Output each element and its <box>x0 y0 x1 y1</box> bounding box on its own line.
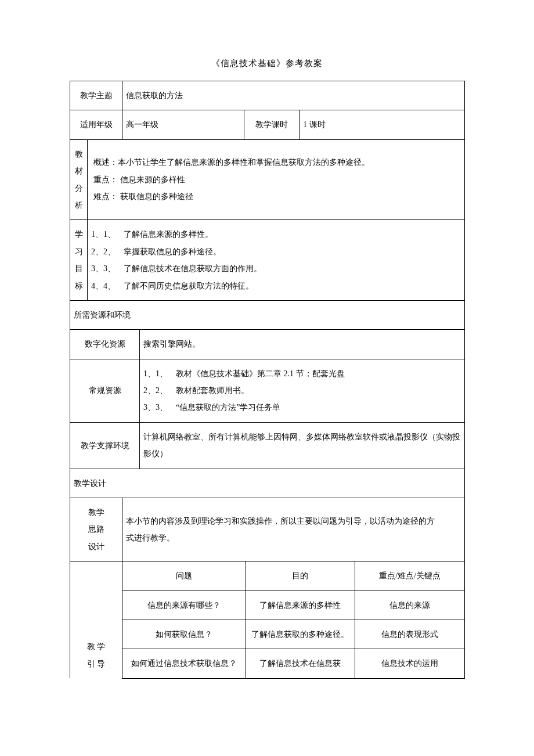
design-header: 教学设计 <box>70 469 465 498</box>
list-item: 3、3、 “信息获取的方法”学习任务单 <box>143 399 461 416</box>
design-idea-value: 本小节的内容涉及到理论学习和实践操作，所以主要以问题为引导，以活动为途径的方 式… <box>122 498 465 561</box>
document-title: 《信息技术基础》参考教案 <box>70 58 464 69</box>
list-item: 3、3、 了解信息技术在信息获取方面的作用。 <box>91 260 461 277</box>
analysis-key: 重点： 信息来源的多样性 <box>91 171 461 188</box>
lesson-plan-table: 教学主题 信息获取的方法 适用年级 高一年级 教学课时 1 课时 教 材 分 析… <box>70 81 465 679</box>
list-item: 1、1、 教材《信息技术基础》第二章 2.1 节；配套光盘 <box>143 365 461 382</box>
period-value: 1 课时 <box>300 110 465 139</box>
guide-label: 教 学 引 导 <box>70 561 122 679</box>
analysis-content: 概述：本小节让学生了解信息来源的多样性和掌握信息获取方法的多种途径。 重点： 信… <box>88 139 465 220</box>
design-idea-label: 教学 思路 设计 <box>70 498 122 561</box>
period-label: 教学课时 <box>244 110 300 139</box>
guide-th-key: 重点/难点/关键点 <box>355 561 465 591</box>
subject-value: 信息获取的方法 <box>122 81 465 110</box>
analysis-difficult: 难点： 获取信息的多种途径 <box>91 188 461 205</box>
guide-cell: 信息的表现形式 <box>355 620 465 649</box>
guide-cell: 信息技术的运用 <box>355 649 465 678</box>
grade-value: 高一年级 <box>122 110 244 139</box>
goals-label: 学 习 目 标 <box>70 220 88 301</box>
digital-res-value: 搜索引擎网站。 <box>140 330 465 359</box>
guide-th-purpose: 目的 <box>246 561 355 591</box>
goals-content: 1、1、 了解信息来源的多样性。 2、2、 掌握获取信息的多种途径。 3、3、 … <box>88 220 465 301</box>
analysis-overview: 概述：本小节让学生了解信息来源的多样性和掌握信息获取方法的多种途径。 <box>91 154 461 171</box>
list-item: 4、4、 了解不同历史信息获取方法的特征。 <box>91 278 461 294</box>
env-value: 计算机网络教室、所有计算机能够上因特网、多媒体网络教室软件或液晶投影仪（实物投影… <box>140 422 465 469</box>
normal-res-label: 常规资源 <box>70 359 140 422</box>
normal-res-content: 1、1、 教材《信息技术基础》第二章 2.1 节；配套光盘 2、2、 教材配套教… <box>140 359 465 422</box>
analysis-label: 教 材 分 析 <box>70 139 88 220</box>
guide-questions-table: 问题 目的 重点/难点/关键点 信息的来源有哪些？ 了解信息来源的多样性 信息的… <box>122 561 464 678</box>
list-item: 2、2、 掌握获取信息的多种途径。 <box>91 243 461 260</box>
design-idea-line2: 式进行教学。 <box>126 530 461 546</box>
env-label: 教学支撑环境 <box>70 422 140 469</box>
subject-label: 教学主题 <box>70 81 122 110</box>
guide-cell: 了解信息获取的多种途径。 <box>246 620 355 649</box>
page: 《信息技术基础》参考教案 教学主题 信息获取的方法 适用年级 高一年级 教学课时… <box>0 0 534 756</box>
resources-header: 所需资源和环境 <box>70 300 465 329</box>
list-item: 1、1、 了解信息来源的多样性。 <box>91 226 461 243</box>
guide-th-question: 问题 <box>122 561 246 591</box>
grade-label: 适用年级 <box>70 110 122 139</box>
guide-cell: 如何获取信息？ <box>122 620 246 649</box>
guide-cell: 信息的来源 <box>355 591 465 620</box>
digital-res-label: 数字化资源 <box>70 330 140 359</box>
design-idea-line1: 本小节的内容涉及到理论学习和实践操作，所以主要以问题为引导，以活动为途径的方 <box>126 513 461 530</box>
list-item: 2、2、 教材配套教师用书。 <box>143 382 461 399</box>
guide-table-container: 问题 目的 重点/难点/关键点 信息的来源有哪些？ 了解信息来源的多样性 信息的… <box>122 561 465 679</box>
guide-cell: 了解信息来源的多样性 <box>246 591 355 620</box>
guide-cell: 了解信息技术在信息获 <box>246 649 355 678</box>
guide-cell: 如何通过信息技术获取信息？ <box>122 649 246 678</box>
guide-cell: 信息的来源有哪些？ <box>122 591 246 620</box>
